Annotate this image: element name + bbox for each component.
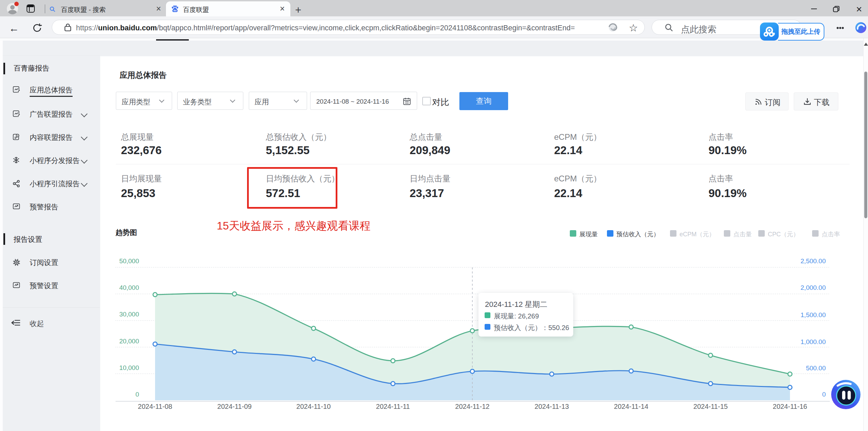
svg-text:2024-11-11: 2024-11-11 bbox=[376, 403, 410, 410]
svg-text:2024-11-13: 2024-11-13 bbox=[535, 403, 569, 410]
svg-text:0: 0 bbox=[135, 391, 139, 398]
svg-text:2024-11-15: 2024-11-15 bbox=[694, 403, 728, 410]
svg-text:500.00: 500.00 bbox=[806, 365, 826, 372]
svg-text:2024-11-08: 2024-11-08 bbox=[138, 403, 172, 410]
svg-text:40,000: 40,000 bbox=[119, 284, 139, 291]
svg-text:2024-11-09: 2024-11-09 bbox=[217, 403, 252, 410]
svg-text:2024-11-16: 2024-11-16 bbox=[773, 403, 807, 410]
svg-text:10,000: 10,000 bbox=[119, 364, 139, 371]
svg-text:1,000.00: 1,000.00 bbox=[801, 338, 826, 345]
svg-text:2024-11-10: 2024-11-10 bbox=[296, 403, 331, 410]
svg-text:0: 0 bbox=[822, 391, 826, 398]
svg-text:1,500.00: 1,500.00 bbox=[801, 311, 826, 318]
svg-text:2,500.00: 2,500.00 bbox=[801, 257, 826, 265]
svg-text:2,000.00: 2,000.00 bbox=[801, 284, 826, 291]
svg-text:20,000: 20,000 bbox=[119, 338, 139, 345]
svg-text:2024-11-14: 2024-11-14 bbox=[614, 403, 649, 410]
svg-text:30,000: 30,000 bbox=[119, 311, 139, 318]
svg-text:50,000: 50,000 bbox=[119, 257, 139, 265]
svg-text:2024-11-12: 2024-11-12 bbox=[455, 403, 490, 410]
